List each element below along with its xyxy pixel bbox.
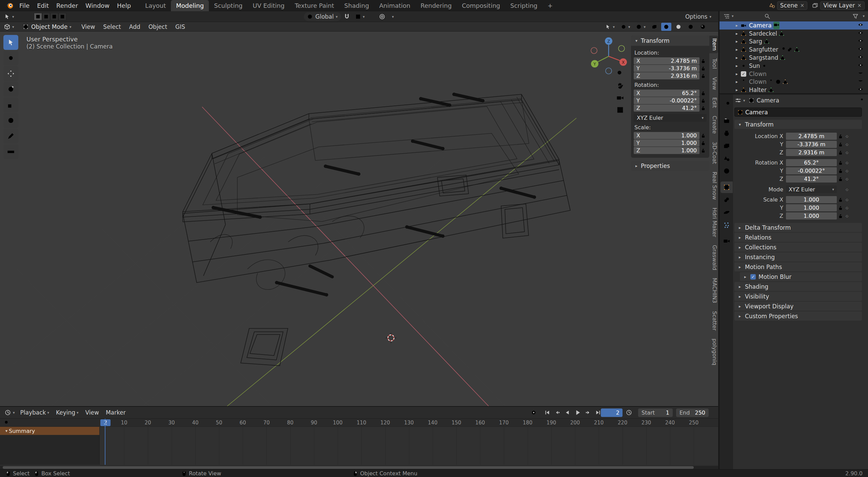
- scale-z-field[interactable]: Z1.000: [634, 147, 699, 154]
- tool-cursor-button[interactable]: [3, 51, 18, 65]
- panel-relations[interactable]: ▸Relations: [734, 233, 862, 242]
- tab-object-data-properties[interactable]: [721, 235, 733, 247]
- timeline-body[interactable]: ▾ Summary: [0, 427, 718, 465]
- visibility-eye-icon[interactable]: [858, 38, 863, 45]
- frame-end-field[interactable]: End 250: [676, 408, 709, 417]
- panel-viewport-display[interactable]: ▸Viewport Display: [734, 302, 862, 311]
- expand-caret-icon[interactable]: ▸: [734, 79, 739, 84]
- tab-compositing[interactable]: Compositing: [457, 0, 505, 11]
- visibility-eye-icon[interactable]: [858, 22, 863, 29]
- tab-modeling[interactable]: Modeling: [171, 0, 209, 11]
- properties-collapsed-panel[interactable]: ▸ Properties: [631, 161, 709, 171]
- properties-editor-button[interactable]: ▾: [734, 96, 746, 105]
- frame-start-field[interactable]: Start 1: [638, 408, 673, 417]
- mode-dropdown[interactable]: Object Mode ▾: [21, 22, 74, 31]
- tab-physics-properties[interactable]: [721, 207, 733, 218]
- tab-layout[interactable]: Layout: [140, 0, 171, 11]
- view-layer-selector[interactable]: View Layer ×: [820, 1, 865, 10]
- scale-x-field[interactable]: 1.000: [786, 196, 837, 203]
- panel-motion-paths[interactable]: ▸Motion Paths: [734, 262, 862, 271]
- tool-move-button[interactable]: [3, 66, 18, 81]
- lock-icon[interactable]: [837, 197, 844, 203]
- transform-orientation-dropdown[interactable]: Global ▾: [304, 12, 341, 21]
- visibility-eye-closed-icon[interactable]: [858, 71, 863, 77]
- tool-measure-button[interactable]: [3, 144, 18, 159]
- region-tab-machin3[interactable]: MACHIN3: [709, 275, 718, 306]
- editor-type-button[interactable]: ▾: [2, 22, 16, 31]
- expand-caret-icon[interactable]: ▸: [734, 31, 739, 36]
- scene-selector[interactable]: Scene ×: [777, 1, 807, 10]
- lock-icon[interactable]: [837, 176, 844, 182]
- menu-help[interactable]: Help: [113, 0, 135, 11]
- menu-render[interactable]: Render: [53, 0, 82, 11]
- rotation-x-field[interactable]: 65.2°: [786, 159, 837, 166]
- region-tab-create[interactable]: Create: [709, 113, 718, 136]
- options-dropdown[interactable]: Options▾: [683, 12, 713, 21]
- scale-y-field[interactable]: Y1.000: [634, 139, 699, 147]
- expand-caret-icon[interactable]: ▸: [734, 23, 739, 28]
- menu-select[interactable]: Select: [99, 22, 125, 32]
- motion-blur-checkbox[interactable]: ✓: [750, 274, 756, 280]
- pan-hand-icon[interactable]: [616, 82, 624, 89]
- transform-section-header[interactable]: ▾ Transform: [734, 120, 862, 129]
- gizmo-x-neg[interactable]: [591, 47, 597, 54]
- visibility-eye-icon[interactable]: [858, 54, 863, 61]
- use-preview-range-icon[interactable]: [626, 409, 632, 416]
- panel-delta-transform[interactable]: ▸Delta Transform: [734, 223, 862, 232]
- animate-dot-icon[interactable]: ◇: [844, 169, 850, 173]
- location-x-field[interactable]: X2.4785 m: [634, 57, 699, 64]
- lock-icon[interactable]: [699, 140, 707, 146]
- outliner-row-sargstand[interactable]: ▸ Sargstand: [719, 54, 868, 62]
- timeline-editor-button[interactable]: ▾: [3, 408, 17, 417]
- lock-icon[interactable]: [837, 213, 844, 219]
- region-tab-polygoniq[interactable]: polygoniq: [709, 336, 718, 368]
- tab-render-properties[interactable]: [721, 115, 733, 127]
- shading-material-button[interactable]: [686, 23, 696, 31]
- navigation-gizmo[interactable]: Z X Y: [587, 34, 631, 78]
- scale-x-field[interactable]: X1.000: [634, 132, 699, 139]
- rotation-mode-dropdown[interactable]: XYZ Euler▾: [634, 114, 707, 122]
- tool-settings-editor-button[interactable]: ▾: [2, 12, 16, 21]
- menu-object[interactable]: Object: [144, 22, 171, 32]
- outliner-filter-icon[interactable]: [852, 13, 859, 19]
- animate-dot-icon[interactable]: ◇: [844, 142, 850, 146]
- rotation-x-field[interactable]: X65.2°: [634, 90, 699, 97]
- tab-sculpting[interactable]: Sculpting: [209, 0, 248, 11]
- add-workspace-button[interactable]: +: [542, 0, 558, 11]
- timeline-scrollbar-track[interactable]: [0, 466, 718, 469]
- visibility-eye-closed-icon[interactable]: [858, 78, 863, 85]
- panel-visibility[interactable]: ▸Visibility: [734, 292, 862, 301]
- menu-view-timeline[interactable]: View: [82, 407, 102, 418]
- region-tab-scatter[interactable]: Scatter: [709, 308, 718, 333]
- shading-wireframe-button[interactable]: [661, 23, 671, 31]
- lock-icon[interactable]: [699, 148, 707, 153]
- lock-icon[interactable]: [699, 58, 707, 64]
- collection-checkbox[interactable]: ✓: [741, 71, 746, 77]
- snap-target-dropdown[interactable]: ▾: [353, 12, 367, 21]
- lock-icon[interactable]: [837, 150, 844, 155]
- timeline-scrollbar-thumb[interactable]: [3, 466, 694, 469]
- menu-keying[interactable]: Keying▾: [53, 407, 82, 418]
- lock-icon[interactable]: [699, 133, 707, 138]
- tool-select-box-button[interactable]: [3, 35, 18, 50]
- location-y-field[interactable]: -3.3736 m: [786, 141, 837, 148]
- tab-texture-paint[interactable]: Texture Paint: [290, 0, 339, 11]
- lock-icon[interactable]: [837, 160, 844, 166]
- outliner-row-halter[interactable]: ▸ Halter: [719, 86, 868, 94]
- visibility-eye-icon[interactable]: [858, 46, 863, 53]
- animate-dot-icon[interactable]: ◇: [844, 214, 850, 218]
- tab-scene-properties[interactable]: [721, 153, 733, 164]
- ortho-toggle-icon[interactable]: [616, 106, 624, 114]
- lock-icon[interactable]: [837, 168, 844, 174]
- region-tab-view[interactable]: View: [709, 74, 718, 93]
- prev-keyframe-button[interactable]: [553, 409, 562, 416]
- tool-annotate-button[interactable]: [3, 129, 18, 144]
- tool-rotate-button[interactable]: [3, 82, 18, 97]
- shading-solid-button[interactable]: [673, 23, 684, 31]
- animate-dot-icon[interactable]: ◇: [844, 188, 850, 191]
- next-keyframe-button[interactable]: [583, 409, 593, 416]
- panel-motion-blur[interactable]: ▸ ✓ Motion Blur: [740, 272, 862, 281]
- animate-dot-icon[interactable]: ◇: [844, 177, 850, 181]
- object-visibility-dropdown[interactable]: ▾: [603, 22, 617, 31]
- outliner-row-sun[interactable]: ▸ Sun: [719, 62, 868, 70]
